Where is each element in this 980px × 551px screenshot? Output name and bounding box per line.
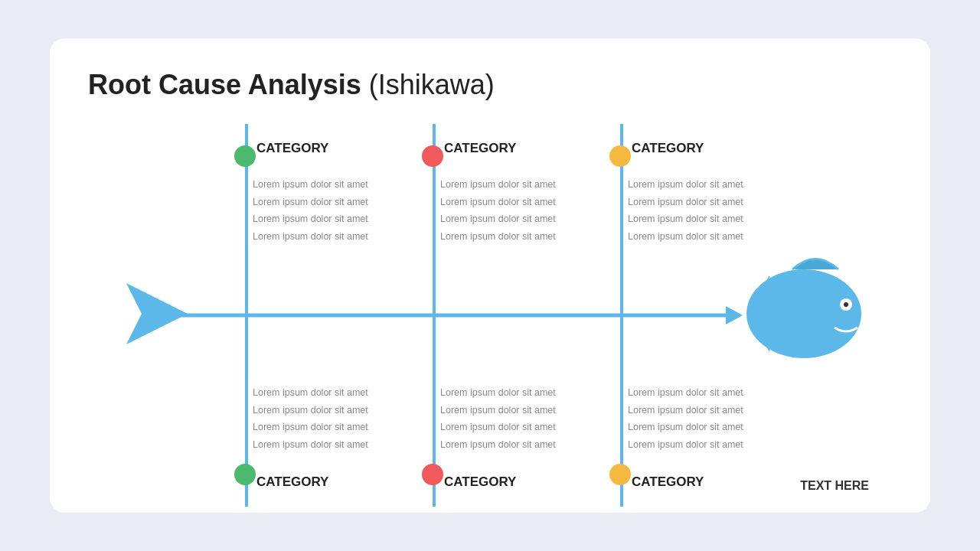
spine-arrow	[726, 306, 743, 324]
list-item: Lorem ipsum dolor sit amet	[253, 210, 368, 228]
bone-right	[620, 124, 623, 507]
list-item: Lorem ipsum dolor sit amet	[628, 402, 743, 419]
node-top-right	[609, 145, 631, 167]
list-item: Lorem ipsum dolor sit amet	[440, 194, 556, 211]
cat-label-top-center: CATEGORY	[444, 141, 516, 156]
text-list-bot-right: Lorem ipsum dolor sit amet Lorem ipsum d…	[628, 384, 743, 453]
spine	[149, 314, 739, 318]
node-top-left	[234, 145, 256, 167]
svg-marker-0	[126, 283, 188, 344]
list-item: Lorem ipsum dolor sit amet	[628, 176, 743, 194]
list-item: Lorem ipsum dolor sit amet	[628, 436, 743, 454]
cat-label-top-left: CATEGORY	[256, 141, 328, 156]
list-item: Lorem ipsum dolor sit amet	[628, 419, 743, 436]
list-item: Lorem ipsum dolor sit amet	[253, 419, 368, 436]
cat-label-bot-right: CATEGORY	[632, 474, 704, 490]
text-list-top-left: Lorem ipsum dolor sit amet Lorem ipsum d…	[253, 176, 368, 245]
list-item: Lorem ipsum dolor sit amet	[253, 194, 368, 211]
list-item: Lorem ipsum dolor sit amet	[253, 436, 368, 454]
svg-marker-2	[746, 276, 769, 352]
list-item: Lorem ipsum dolor sit amet	[253, 402, 368, 419]
title-bold: Root Cause Analysis	[88, 69, 361, 100]
svg-point-4	[844, 302, 848, 307]
title-light: (Ishikawa)	[361, 69, 495, 100]
list-item: Lorem ipsum dolor sit amet	[440, 210, 556, 228]
list-item: Lorem ipsum dolor sit amet	[628, 194, 743, 211]
diagram: CATEGORY CATEGORY CATEGORY CATEGORY CATE…	[88, 124, 892, 507]
cat-label-top-right: CATEGORY	[632, 141, 704, 156]
text-list-top-right: Lorem ipsum dolor sit amet Lorem ipsum d…	[628, 176, 743, 245]
list-item: Lorem ipsum dolor sit amet	[253, 176, 368, 194]
cat-label-bot-left: CATEGORY	[256, 474, 328, 490]
list-item: Lorem ipsum dolor sit amet	[440, 176, 556, 194]
text-list-top-center: Lorem ipsum dolor sit amet Lorem ipsum d…	[440, 176, 556, 245]
node-bot-right	[609, 464, 631, 485]
bone-left	[245, 124, 248, 507]
fish-body-icon	[746, 245, 877, 386]
card: Root Cause Analysis (Ishikawa)	[50, 38, 930, 513]
list-item: Lorem ipsum dolor sit amet	[440, 419, 556, 436]
text-here-label: TEXT HERE	[800, 479, 869, 493]
list-item: Lorem ipsum dolor sit amet	[253, 228, 368, 246]
list-item: Lorem ipsum dolor sit amet	[440, 436, 556, 454]
list-item: Lorem ipsum dolor sit amet	[628, 384, 743, 402]
text-list-bot-left: Lorem ipsum dolor sit amet Lorem ipsum d…	[253, 384, 368, 453]
list-item: Lorem ipsum dolor sit amet	[253, 384, 368, 402]
list-item: Lorem ipsum dolor sit amet	[440, 384, 556, 402]
node-bot-left	[234, 464, 256, 485]
list-item: Lorem ipsum dolor sit amet	[440, 228, 556, 246]
text-list-bot-center: Lorem ipsum dolor sit amet Lorem ipsum d…	[440, 384, 556, 453]
list-item: Lorem ipsum dolor sit amet	[440, 402, 556, 419]
page-title: Root Cause Analysis (Ishikawa)	[88, 69, 892, 101]
fish-tail-icon	[126, 279, 188, 351]
bone-center	[433, 124, 436, 507]
cat-label-bot-center: CATEGORY	[444, 474, 516, 490]
list-item: Lorem ipsum dolor sit amet	[628, 228, 743, 246]
list-item: Lorem ipsum dolor sit amet	[628, 210, 743, 228]
node-bot-center	[422, 464, 443, 485]
node-top-center	[422, 145, 443, 167]
